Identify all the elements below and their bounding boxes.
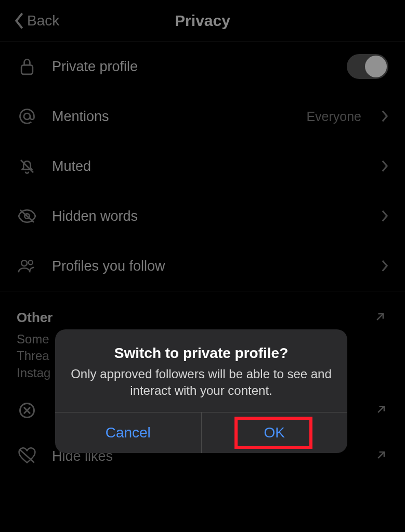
dialog-message: Only approved followers will be able to … — [70, 366, 333, 400]
confirm-dialog: Switch to private profile? Only approved… — [55, 329, 347, 453]
cancel-button[interactable]: Cancel — [55, 413, 202, 453]
ok-button[interactable]: OK — [202, 413, 348, 453]
dialog-title: Switch to private profile? — [70, 345, 333, 362]
